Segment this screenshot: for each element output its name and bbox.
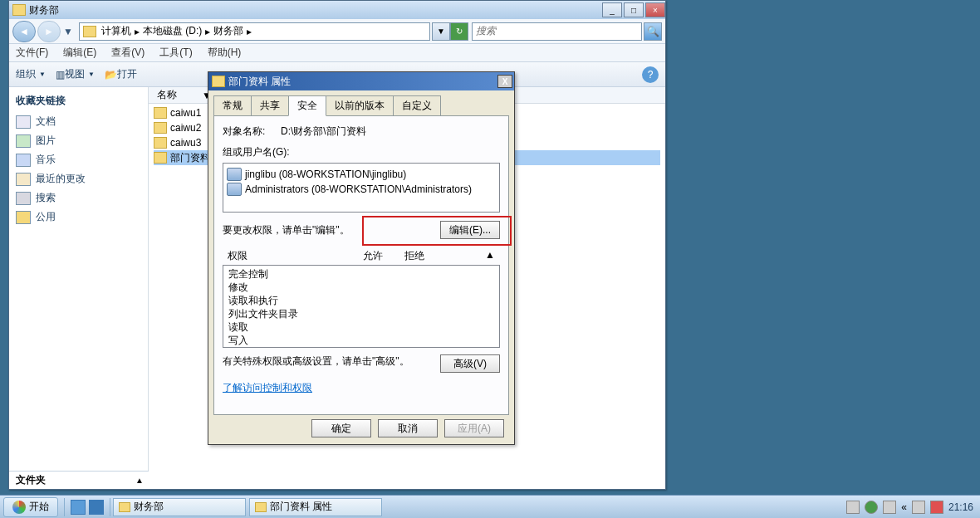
- menu-view[interactable]: 查看(V): [111, 46, 145, 60]
- folder-icon: [212, 76, 225, 87]
- window-title: 财务部: [29, 3, 59, 17]
- views-button[interactable]: ▥ 视图▼: [56, 67, 95, 81]
- dialog-titlebar[interactable]: 部门资料 属性 X: [208, 72, 514, 90]
- user-icon: [227, 183, 242, 196]
- organize-button[interactable]: 组织▼: [16, 67, 46, 81]
- properties-dialog: 部门资料 属性 X 常规共享安全以前的版本自定义 对象名称: D:\财务部\部门…: [208, 71, 515, 445]
- permission-item[interactable]: 读取: [228, 320, 494, 334]
- sidebar-item-recent[interactable]: 最近的更改: [16, 172, 141, 186]
- sidebar-footer[interactable]: 文件夹 ▲: [9, 471, 149, 489]
- folder-icon: [83, 26, 96, 37]
- sidebar-title: 收藏夹链接: [16, 94, 141, 108]
- perm-label: 权限: [228, 249, 352, 263]
- tray-icon[interactable]: [865, 501, 878, 514]
- quick-launch-icon[interactable]: [71, 500, 86, 515]
- recent-icon: [16, 173, 31, 186]
- folder-icon: [12, 4, 26, 16]
- tray-arrow-icon[interactable]: «: [901, 501, 907, 513]
- sidebar-item-public[interactable]: 公用: [16, 210, 141, 224]
- tab-3[interactable]: 以前的版本: [326, 95, 394, 115]
- minimize-button[interactable]: _: [602, 2, 622, 17]
- permission-item[interactable]: 修改: [228, 281, 494, 294]
- public-icon: [16, 211, 31, 224]
- nav-row: ◄ ► ▼ 计算机 ▸ 本地磁盘 (D:) ▸ 财务部 ▸ ▼ ↻ 搜索 🔍: [9, 19, 665, 44]
- cancel-button[interactable]: 取消: [378, 419, 438, 437]
- groups-label: 组或用户名(G):: [223, 145, 500, 159]
- doc-icon: [16, 115, 31, 129]
- column-name[interactable]: 名称: [157, 88, 202, 102]
- edit-button[interactable]: 编辑(E)...: [440, 221, 500, 239]
- perm-deny-col: 拒绝: [394, 249, 435, 263]
- permission-item[interactable]: 列出文件夹目录: [228, 307, 494, 320]
- sidebar-item-music[interactable]: 音乐: [16, 153, 141, 167]
- menu-tools[interactable]: 工具(T): [159, 46, 192, 60]
- folder-icon: [154, 137, 167, 149]
- menu-help[interactable]: 帮助(H): [208, 46, 242, 60]
- user-icon: [227, 168, 242, 181]
- taskbar-item[interactable]: 部门资料 属性: [249, 498, 382, 516]
- apply-button[interactable]: 应用(A): [444, 419, 504, 437]
- group-item[interactable]: jinglibu (08-WORKSTATION\jinglibu): [227, 167, 496, 182]
- close-button[interactable]: X: [497, 75, 512, 88]
- folder-icon: [119, 502, 130, 512]
- perm-allow-col: 允许: [352, 249, 394, 263]
- search-input[interactable]: 搜索: [472, 22, 642, 41]
- tab-1[interactable]: 共享: [251, 95, 289, 115]
- tab-0[interactable]: 常规: [213, 95, 252, 115]
- tab-bar: 常规共享安全以前的版本自定义: [213, 95, 509, 116]
- folder-icon: [154, 152, 167, 164]
- tray-icon[interactable]: [930, 501, 943, 514]
- taskbar-item[interactable]: 财务部: [113, 498, 246, 516]
- refresh-button[interactable]: ↻: [450, 22, 468, 41]
- sidebar-item-pic[interactable]: 图片: [16, 134, 141, 148]
- menu-file[interactable]: 文件(F): [16, 46, 48, 60]
- menu-bar: 文件(F) 编辑(E) 查看(V) 工具(T) 帮助(H): [9, 44, 665, 62]
- titlebar[interactable]: 财务部 _ □ ×: [9, 1, 665, 19]
- back-button[interactable]: ◄: [12, 21, 36, 42]
- forward-button[interactable]: ►: [37, 21, 61, 42]
- pic-icon: [16, 134, 31, 148]
- maximize-button[interactable]: □: [624, 2, 644, 17]
- permission-item[interactable]: 完全控制: [228, 267, 494, 281]
- groups-list[interactable]: jinglibu (08-WORKSTATION\jinglibu)Admini…: [223, 163, 500, 213]
- object-label: 对象名称:: [223, 125, 281, 139]
- quick-launch-icon[interactable]: [89, 500, 104, 515]
- menu-edit[interactable]: 编辑(E): [63, 46, 96, 60]
- help-button[interactable]: ?: [642, 66, 659, 83]
- sidebar-item-search[interactable]: 搜索: [16, 191, 141, 205]
- clock[interactable]: 21:16: [948, 501, 973, 513]
- folder-icon: [154, 122, 167, 134]
- dialog-title: 部门资料 属性: [228, 75, 291, 89]
- close-button[interactable]: ×: [645, 2, 665, 17]
- edit-hint: 要更改权限，请单击"编辑"。: [223, 223, 440, 237]
- tray-icon[interactable]: [883, 501, 896, 514]
- start-button[interactable]: 开始: [3, 497, 58, 517]
- tab-4[interactable]: 自定义: [393, 95, 441, 115]
- open-button[interactable]: 📂 打开: [105, 67, 137, 81]
- breadcrumb[interactable]: 财务部: [212, 24, 245, 38]
- tab-2[interactable]: 安全: [288, 95, 326, 116]
- folder-icon: [255, 502, 267, 512]
- permission-item[interactable]: 读取和执行: [228, 294, 494, 307]
- ok-button[interactable]: 确定: [311, 419, 371, 437]
- address-bar[interactable]: 计算机 ▸ 本地磁盘 (D:) ▸ 财务部 ▸: [79, 22, 430, 41]
- addr-dropdown[interactable]: ▼: [432, 22, 450, 41]
- group-item[interactable]: Administrators (08-WORKSTATION\Administr…: [227, 182, 496, 197]
- taskbar: 开始 财务部 部门资料 属性 « 21:16: [0, 495, 980, 518]
- tab-content: 对象名称: D:\财务部\部门资料 组或用户名(G): jinglibu (08…: [213, 116, 509, 415]
- permissions-list[interactable]: 完全控制修改读取和执行列出文件夹目录读取写入: [223, 265, 500, 348]
- history-dropdown[interactable]: ▼: [62, 26, 74, 37]
- permission-item[interactable]: 写入: [228, 334, 494, 347]
- advanced-button[interactable]: 高级(V): [440, 354, 500, 373]
- windows-logo-icon: [12, 501, 26, 514]
- breadcrumb[interactable]: 本地磁盘 (D:): [141, 24, 203, 38]
- tray-icon[interactable]: [912, 501, 925, 514]
- music-icon: [16, 154, 31, 167]
- scroll-up-icon[interactable]: ▲: [485, 249, 495, 263]
- learn-link[interactable]: 了解访问控制和权限: [223, 381, 312, 395]
- search-button[interactable]: 🔍: [644, 22, 662, 41]
- sidebar-item-doc[interactable]: 文档: [16, 115, 141, 129]
- system-tray: « 21:16: [846, 501, 980, 514]
- breadcrumb[interactable]: 计算机: [100, 24, 133, 38]
- tray-icon[interactable]: [846, 501, 860, 514]
